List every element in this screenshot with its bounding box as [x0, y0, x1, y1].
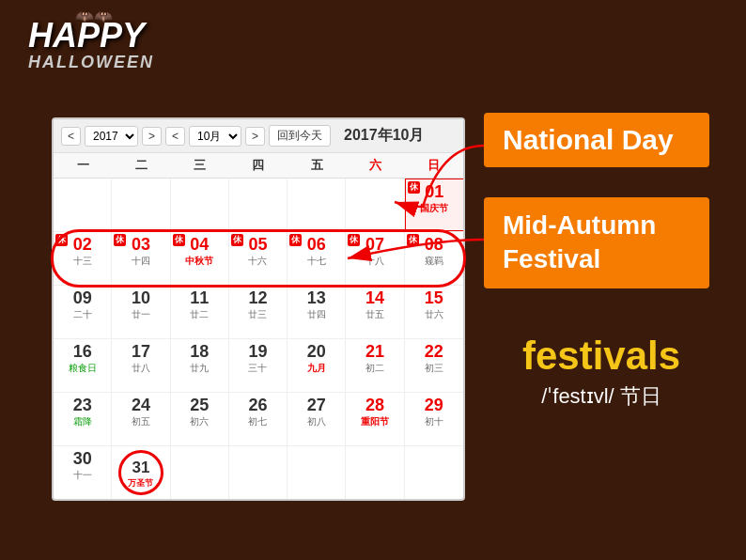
- lunar-01: 国庆节: [410, 203, 459, 214]
- halloween-logo: HAPPY HALLOWEEN: [28, 19, 154, 72]
- cell-oct-16[interactable]: 16 粮食日: [54, 339, 112, 392]
- today-button[interactable]: 回到今天: [269, 125, 331, 147]
- cell-empty-4: [229, 179, 288, 231]
- year-prev-button[interactable]: <: [61, 127, 81, 146]
- lunar-08: 窥羁: [409, 256, 459, 267]
- cell-oct-18[interactable]: 18 廿九: [171, 339, 229, 392]
- lunar-25: 初六: [175, 416, 225, 428]
- cell-oct-24[interactable]: 24 初五: [112, 393, 170, 445]
- date-14: 14: [350, 288, 399, 309]
- cell-empty-6: [346, 179, 404, 231]
- cell-oct-02[interactable]: 休 02 十三: [54, 232, 112, 285]
- lunar-24: 初五: [116, 416, 165, 428]
- lunar-18: 廿九: [175, 363, 225, 374]
- cell-oct-30[interactable]: 30 十一: [54, 446, 112, 499]
- lunar-14: 廿五: [350, 309, 399, 320]
- holiday-badge-08: 休: [407, 234, 419, 246]
- cell-oct-28[interactable]: 28 重阳节: [346, 393, 404, 445]
- cell-oct-04[interactable]: 休 04 中秋节: [171, 232, 229, 285]
- lunar-05: 十六: [233, 256, 283, 267]
- cell-empty-r6-3: [171, 446, 229, 499]
- cell-oct-01[interactable]: 休 01 国庆节: [405, 179, 463, 231]
- header-wed: 三: [171, 153, 229, 178]
- lunar-13: 廿四: [291, 309, 341, 320]
- date-15: 15: [409, 288, 459, 309]
- lunar-17: 廿八: [116, 363, 165, 374]
- header-tue: 二: [112, 153, 170, 178]
- date-24: 24: [116, 395, 165, 416]
- lunar-15: 廿六: [409, 309, 459, 320]
- calendar-row-3: 09 二十 10 廿一 11 廿二 12 廿三 13 廿四 14 廿五: [54, 286, 463, 339]
- cell-empty-5: [288, 179, 346, 231]
- cell-oct-21[interactable]: 21 初二: [346, 339, 404, 392]
- header-fri: 五: [288, 153, 346, 178]
- cell-oct-23[interactable]: 23 霜降: [54, 393, 112, 445]
- holiday-badge-07: 休: [348, 234, 360, 246]
- date-29: 29: [409, 395, 459, 416]
- header-sun: 日: [405, 153, 463, 178]
- lunar-30: 十一: [57, 470, 107, 481]
- cell-oct-25[interactable]: 25 初六: [171, 393, 229, 445]
- date-22: 22: [409, 341, 459, 363]
- cell-oct-29[interactable]: 29 初十: [405, 393, 463, 445]
- cell-oct-13[interactable]: 13 廿四: [288, 286, 346, 338]
- cell-oct-15[interactable]: 15 廿六: [405, 286, 463, 338]
- header-sat: 六: [346, 153, 404, 178]
- lunar-26: 初七: [233, 416, 283, 428]
- cell-oct-03[interactable]: 休 03 十四: [112, 232, 170, 285]
- calendar-grid: 一 二 三 四 五 六 日 休 01 国庆节 休 02: [54, 153, 463, 499]
- holiday-badge-02: 休: [55, 234, 68, 246]
- cell-empty-r6-5: [288, 446, 346, 499]
- cell-oct-17[interactable]: 17 廿八: [112, 339, 170, 392]
- cell-oct-22[interactable]: 22 初三: [405, 339, 463, 392]
- date-25: 25: [175, 395, 225, 416]
- cell-oct-05[interactable]: 休 05 十六: [229, 232, 288, 285]
- cell-oct-19[interactable]: 19 三十: [229, 339, 288, 392]
- cell-oct-14[interactable]: 14 廿五: [346, 286, 404, 338]
- year-select[interactable]: 2017: [85, 126, 138, 147]
- cell-oct-11[interactable]: 11 廿二: [171, 286, 229, 338]
- date-26: 26: [233, 395, 283, 416]
- cell-empty-2: [112, 179, 170, 231]
- lunar-07: 十八: [350, 256, 399, 267]
- lunar-22: 初三: [409, 363, 459, 374]
- cell-oct-31[interactable]: 31 万圣节: [112, 446, 170, 499]
- cell-empty-r6-4: [229, 446, 288, 499]
- date-30: 30: [57, 448, 107, 470]
- month-select[interactable]: 10月: [189, 126, 241, 147]
- cell-oct-10[interactable]: 10 廿一: [112, 286, 170, 338]
- cell-empty-1: [54, 179, 112, 231]
- lunar-10: 廿一: [116, 309, 165, 320]
- holiday-badge-05: 休: [231, 234, 243, 246]
- lunar-23: 霜降: [57, 416, 107, 428]
- month-prev-button[interactable]: <: [165, 127, 185, 146]
- calendar-row-2: 休 02 十三 休 03 十四 休 04 中秋节 休 05 十六 休 06: [54, 232, 463, 286]
- cell-oct-07[interactable]: 休 07 十八: [346, 232, 404, 285]
- cell-oct-12[interactable]: 12 廿三: [229, 286, 288, 338]
- holiday-badge-03: 休: [114, 234, 126, 246]
- lunar-12: 廿三: [233, 309, 283, 320]
- header-thu: 四: [229, 153, 288, 178]
- festivals-word: festivals: [479, 334, 723, 379]
- cell-oct-20[interactable]: 20 九月: [288, 339, 346, 392]
- calendar-header: 一 二 三 四 五 六 日: [54, 153, 463, 179]
- calendar-row-1: 休 01 国庆节: [54, 179, 463, 232]
- cell-oct-08[interactable]: 休 08 窥羁: [405, 232, 463, 285]
- cell-oct-09[interactable]: 09 二十: [54, 286, 112, 338]
- cell-oct-26[interactable]: 26 初七: [229, 393, 288, 445]
- cell-oct-27[interactable]: 27 初八: [288, 393, 346, 445]
- month-next-button[interactable]: >: [245, 127, 265, 146]
- lunar-20: 九月: [291, 363, 341, 374]
- festivals-section: festivals /ˈfestɪvl/ 节日: [479, 334, 723, 411]
- lunar-03: 十四: [116, 256, 165, 267]
- lunar-19: 三十: [233, 363, 283, 374]
- date-27: 27: [291, 395, 341, 416]
- lunar-02: 十三: [57, 256, 107, 267]
- cell-empty-3: [171, 179, 229, 231]
- cell-oct-06[interactable]: 休 06 十七: [288, 232, 346, 285]
- lunar-04: 中秋节: [175, 256, 225, 267]
- header-mon: 一: [54, 153, 112, 178]
- bat-decorations: 🦇🦇: [75, 8, 113, 25]
- date-31-circle: 31 万圣节: [118, 450, 163, 495]
- year-next-button[interactable]: >: [142, 127, 162, 146]
